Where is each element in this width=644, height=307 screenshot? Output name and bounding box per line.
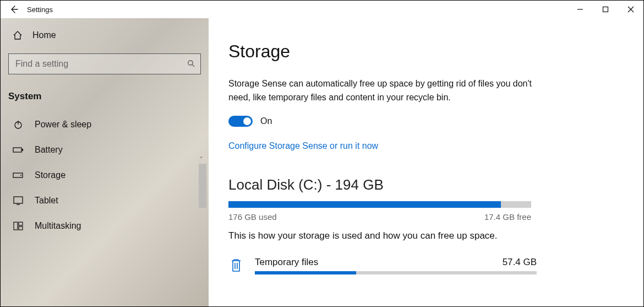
sidebar-item-tablet[interactable]: Tablet [1, 188, 209, 213]
sidebar-item-label: Battery [35, 145, 63, 155]
scroll-up-icon: ˄ [200, 156, 203, 162]
category-size: 57.4 GB [503, 257, 537, 268]
usage-description: This is how your storage is used and how… [228, 230, 631, 241]
minimize-icon [577, 6, 583, 13]
window-title: Settings [27, 6, 53, 14]
svg-point-11 [20, 175, 21, 176]
disk-usage-bar [228, 201, 531, 208]
titlebar: Settings [1, 1, 643, 18]
svg-line-5 [192, 64, 194, 67]
sidebar: Home System Power & sleep Battery [1, 18, 209, 306]
sidebar-home-label: Home [32, 30, 56, 40]
search-icon [187, 60, 195, 69]
search-field[interactable] [15, 59, 187, 69]
sidebar-item-battery[interactable]: Battery [1, 137, 209, 163]
sidebar-item-multitasking[interactable]: Multitasking [1, 213, 209, 239]
configure-storage-sense-link[interactable]: Configure Storage Sense or run it now [228, 141, 378, 151]
main-content: Storage Storage Sense can automatically … [209, 18, 643, 306]
multitask-icon [13, 222, 24, 230]
search-input[interactable] [8, 53, 201, 74]
storage-sense-description: Storage Sense can automatically free up … [228, 77, 537, 105]
sidebar-home[interactable]: Home [1, 23, 209, 50]
sidebar-item-label: Tablet [35, 196, 58, 206]
tablet-icon [13, 196, 24, 205]
sidebar-scrollbar[interactable]: ˄ [199, 156, 206, 306]
sidebar-item-label: Multitasking [35, 221, 81, 231]
svg-rect-8 [13, 148, 21, 152]
home-icon [13, 30, 23, 40]
maximize-icon [602, 6, 609, 13]
svg-rect-14 [14, 222, 18, 230]
disk-used-label: 176 GB used [228, 212, 277, 222]
svg-rect-12 [14, 197, 23, 203]
battery-icon [13, 146, 24, 154]
sidebar-item-label: Storage [35, 170, 66, 180]
trash-icon [228, 257, 244, 272]
minimize-button[interactable] [567, 1, 593, 18]
scrollbar-thumb[interactable] [199, 164, 206, 208]
sidebar-group-title: System [1, 82, 209, 112]
close-icon [627, 6, 634, 13]
page-title: Storage [228, 41, 631, 62]
svg-rect-1 [603, 7, 608, 12]
category-bar [255, 271, 537, 274]
svg-rect-15 [19, 222, 23, 225]
back-button[interactable] [1, 1, 27, 18]
back-arrow-icon [9, 5, 18, 14]
sidebar-item-label: Power & sleep [35, 120, 91, 130]
disk-free-label: 17.4 GB free [484, 212, 531, 222]
disk-title: Local Disk (C:) - 194 GB [228, 176, 631, 193]
close-button[interactable] [618, 1, 643, 18]
svg-point-4 [188, 60, 193, 64]
svg-rect-9 [22, 149, 23, 151]
disk-usage-fill [228, 201, 501, 208]
svg-rect-16 [19, 227, 23, 230]
toggle-state-label: On [260, 116, 272, 126]
storage-icon [13, 171, 24, 179]
storage-sense-toggle[interactable] [228, 116, 253, 127]
sidebar-item-storage[interactable]: Storage [1, 163, 209, 188]
category-temporary-files[interactable]: Temporary files 57.4 GB [228, 257, 537, 274]
sidebar-item-power-sleep[interactable]: Power & sleep [1, 112, 209, 137]
maximize-button[interactable] [593, 1, 618, 18]
power-icon [13, 120, 24, 130]
category-name: Temporary files [255, 257, 318, 268]
